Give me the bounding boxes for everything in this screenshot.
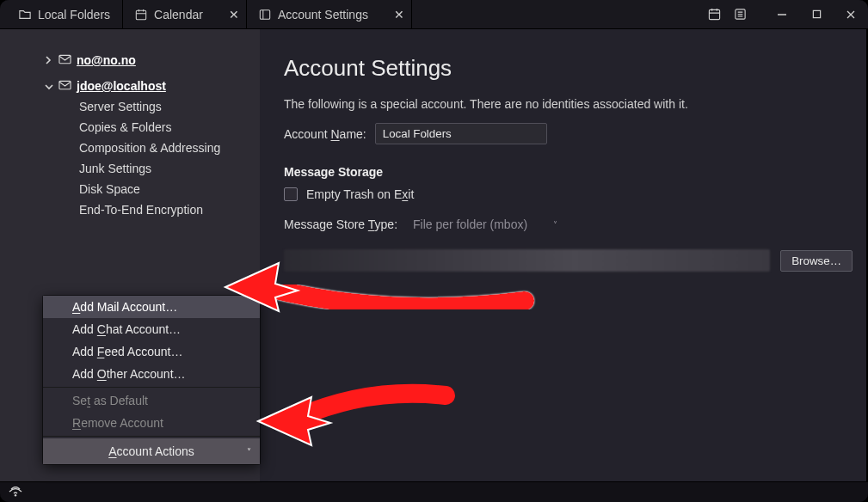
tab-local-folders[interactable]: Local Folders	[7, 0, 123, 29]
chevron-down-icon: ˅	[553, 220, 557, 230]
account-name-input[interactable]	[375, 123, 547, 144]
sidebar-item-composition[interactable]: Composition & Addressing	[0, 138, 260, 158]
empty-trash-label: Empty Trash on Exit	[306, 187, 414, 201]
account-email: no@no.no	[77, 53, 136, 67]
account-actions-menu: Add Mail Account… Add Chat Account… Add …	[43, 296, 260, 464]
page-title: Account Settings	[284, 55, 853, 82]
statusbar	[0, 481, 868, 502]
menu-add-mail-account[interactable]: Add Mail Account…	[43, 296, 260, 318]
menu-add-feed-account[interactable]: Add Feed Account…	[43, 340, 260, 363]
account-row-no[interactable]: no@no.no	[0, 50, 260, 70]
svg-point-7	[15, 494, 16, 496]
menu-separator	[43, 436, 260, 437]
sidebar-item-server-settings[interactable]: Server Settings	[0, 96, 260, 117]
main-pane: Account Settings The following is a spec…	[260, 29, 868, 481]
tab-calendar[interactable]: Calendar ✕	[123, 0, 247, 29]
tasks-button[interactable]	[727, 2, 753, 28]
account-name-label: Account Name:	[284, 127, 366, 141]
page-description: The following is a special account. Ther…	[284, 97, 853, 111]
account-actions-button[interactable]: Account Actions ˅	[43, 438, 260, 464]
store-type-select: File per folder (mbox) ˅	[408, 215, 563, 234]
chevron-down-icon	[45, 79, 53, 93]
close-icon[interactable]: ✕	[394, 8, 404, 21]
account-email: jdoe@localhost	[77, 79, 166, 93]
mail-icon	[58, 53, 71, 67]
close-icon[interactable]: ✕	[229, 8, 239, 21]
minimize-button[interactable]	[765, 0, 799, 29]
empty-trash-row: Empty Trash on Exit	[284, 187, 853, 201]
svg-rect-1	[260, 9, 269, 19]
empty-trash-checkbox[interactable]	[284, 187, 298, 201]
svg-rect-4	[813, 10, 820, 17]
sidebar-item-e2e-encryption[interactable]: End-To-End Encryption	[0, 199, 260, 220]
storage-heading: Message Storage	[284, 165, 853, 179]
svg-rect-5	[59, 55, 71, 63]
close-button[interactable]	[834, 0, 868, 29]
sidebar: no@no.no jdoe@localhost Server Settings …	[0, 29, 260, 481]
tab-label: Calendar	[154, 8, 203, 21]
tab-account-settings[interactable]: Account Settings ✕	[247, 0, 412, 29]
calendar-button[interactable]	[701, 2, 727, 28]
titlebar-right	[701, 0, 868, 29]
menu-remove-account: Remove Account	[43, 412, 260, 434]
browse-button[interactable]: Browse…	[780, 250, 853, 272]
online-status-icon[interactable]	[9, 486, 22, 499]
settings-pane-icon	[259, 9, 271, 21]
folder-icon	[19, 9, 31, 21]
account-row-jdoe[interactable]: jdoe@localhost	[0, 76, 260, 96]
sidebar-item-junk-settings[interactable]: Junk Settings	[0, 158, 260, 179]
sidebar-item-copies-folders[interactable]: Copies & Folders	[0, 117, 260, 138]
menu-set-default: Set as Default	[43, 389, 260, 412]
account-name-row: Account Name:	[284, 123, 853, 144]
titlebar: Local Folders Calendar ✕ Account Setting…	[0, 0, 868, 29]
body: no@no.no jdoe@localhost Server Settings …	[0, 29, 868, 481]
svg-rect-0	[136, 10, 145, 20]
tab-label: Local Folders	[38, 8, 110, 21]
calendar-icon	[135, 9, 147, 21]
store-type-label: Message Store Type:	[284, 217, 397, 231]
menu-add-chat-account[interactable]: Add Chat Account…	[43, 318, 260, 340]
mail-icon	[58, 79, 71, 93]
svg-rect-6	[59, 81, 71, 89]
tab-label: Account Settings	[278, 8, 368, 21]
local-directory-input[interactable]	[284, 249, 770, 272]
maximize-button[interactable]	[799, 0, 834, 29]
store-type-row: Message Store Type: File per folder (mbo…	[284, 215, 853, 234]
local-directory-row: Browse…	[284, 249, 853, 272]
chevron-right-icon	[45, 53, 53, 67]
app-window: Local Folders Calendar ✕ Account Setting…	[0, 0, 868, 502]
svg-rect-2	[709, 9, 719, 19]
chevron-down-icon: ˅	[247, 447, 251, 456]
sidebar-item-disk-space[interactable]: Disk Space	[0, 179, 260, 199]
menu-add-other-account[interactable]: Add Other Account…	[43, 363, 260, 385]
menu-separator	[43, 387, 260, 388]
store-type-value: File per folder (mbox)	[413, 217, 527, 231]
